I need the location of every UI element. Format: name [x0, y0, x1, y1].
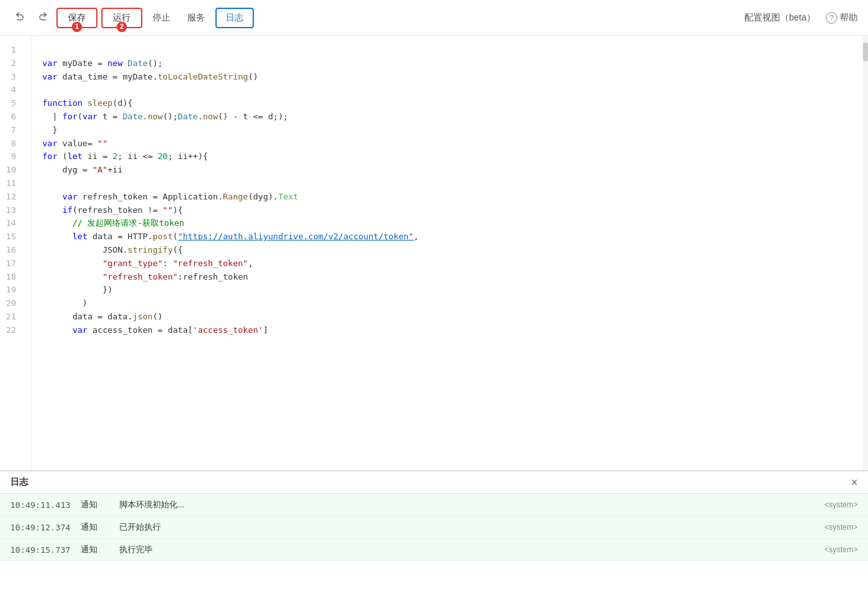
- code-token: +ii: [108, 165, 122, 174]
- code-token: ]: [263, 325, 268, 335]
- code-line: var data_time = myDate.toLocaleDateStrin…: [42, 71, 858, 84]
- code-token: ({: [173, 245, 183, 255]
- code-token: |: [42, 112, 62, 121]
- code-token: toLocaleDateString: [158, 72, 248, 81]
- code-token: refresh_token = Application.: [78, 192, 223, 201]
- editor-area[interactable]: 12345678910111213141516171819202122 var …: [0, 36, 868, 471]
- code-content[interactable]: var myDate = new Date();var data_time = …: [32, 36, 868, 470]
- run-button[interactable]: 运行 2: [101, 8, 142, 28]
- toolbar-left: 保存 1 运行 2 停止 服务 日志: [10, 8, 740, 28]
- code-token: (): [248, 72, 258, 81]
- code-token: var: [42, 325, 87, 335]
- redo-button[interactable]: [33, 8, 53, 28]
- log-button[interactable]: 日志: [215, 8, 254, 28]
- save-badge: 1: [72, 22, 82, 32]
- stop-button[interactable]: 停止: [146, 9, 177, 27]
- save-button[interactable]: 保存 1: [56, 8, 97, 28]
- code-token: 'access_token': [193, 325, 263, 335]
- help-icon: ?: [826, 12, 837, 24]
- code-token: ();: [147, 58, 162, 68]
- log-time: 10:49:12.374: [10, 523, 81, 532]
- code-token: (refresh_token !=: [72, 205, 163, 215]
- code-line: [42, 177, 858, 190]
- code-line: data = data.json(): [42, 310, 858, 324]
- code-line: }): [42, 283, 858, 297]
- code-token: var: [42, 72, 57, 81]
- log-message: 已开始执行: [119, 521, 824, 533]
- code-line: [42, 44, 858, 57]
- log-table: 10:49:11.413通知脚本环境初始化...<system>10:49:12…: [0, 494, 868, 599]
- code-token: [42, 258, 103, 268]
- log-panel: 日志 × 10:49:11.413通知脚本环境初始化...<system>10:…: [0, 471, 868, 599]
- code-token: now: [147, 112, 162, 121]
- code-token: ();: [163, 112, 178, 121]
- code-editor[interactable]: 12345678910111213141516171819202122 var …: [0, 36, 868, 471]
- log-level: 通知: [81, 521, 119, 533]
- code-token: "A": [92, 165, 107, 174]
- log-level: 通知: [81, 499, 119, 510]
- code-token: sleep: [87, 98, 112, 108]
- code-token: let: [67, 151, 82, 161]
- code-token: post: [153, 232, 172, 241]
- log-close-button[interactable]: ×: [851, 477, 858, 488]
- code-token: access_token = data[: [87, 325, 192, 335]
- code-token: (d){: [113, 98, 133, 108]
- log-label: 日志: [226, 12, 244, 22]
- code-token: [122, 58, 128, 68]
- code-token: var: [42, 139, 57, 148]
- code-token: ){: [173, 205, 183, 215]
- toolbar-right: 配置视图（beta） ? 帮助: [744, 12, 858, 24]
- code-token: "https://auth.aliyundrive.com/v2/account…: [178, 232, 413, 241]
- line-numbers: 12345678910111213141516171819202122: [0, 36, 32, 470]
- editor-scrollbar[interactable]: [863, 36, 868, 470]
- code-token: Date: [178, 112, 197, 121]
- code-token: ii =: [83, 151, 113, 161]
- code-token: "refresh_token": [103, 272, 178, 282]
- help-button[interactable]: ? 帮助: [826, 12, 858, 24]
- code-token: new: [108, 58, 122, 68]
- code-line: dyg = "A"+ii: [42, 164, 858, 177]
- code-token: ,: [248, 258, 253, 268]
- code-line: [42, 83, 858, 97]
- log-message: 脚本环境初始化...: [119, 499, 824, 510]
- log-row: 10:49:15.737通知执行完毕<system>: [0, 539, 868, 561]
- code-token: (: [78, 112, 83, 121]
- code-line: var value= "": [42, 137, 858, 151]
- log-time: 10:49:11.413: [10, 500, 81, 510]
- config-view-link[interactable]: 配置视图（beta）: [744, 12, 815, 24]
- undo-button[interactable]: [10, 8, 29, 28]
- code-line: | for(var t = Date.now();Date.now() - t …: [42, 110, 858, 124]
- log-time: 10:49:15.737: [10, 545, 81, 555]
- code-token: ): [42, 298, 87, 308]
- code-token: var: [83, 112, 97, 121]
- service-button[interactable]: 服务: [181, 9, 212, 27]
- code-line: }: [42, 124, 858, 137]
- code-token: (: [57, 151, 67, 161]
- code-token: stringify: [128, 245, 172, 255]
- code-token: dyg =: [42, 165, 92, 174]
- code-line: ): [42, 297, 858, 310]
- editor-scrollbar-thumb[interactable]: [863, 42, 868, 62]
- code-token: [42, 192, 62, 201]
- code-token: data_time = myDate.: [57, 72, 158, 81]
- code-token: now: [203, 112, 218, 121]
- code-line: function sleep(d){: [42, 97, 858, 110]
- code-line: "refresh_token":refresh_token: [42, 271, 858, 284]
- code-token: [42, 272, 103, 282]
- code-token: myDate =: [57, 58, 107, 68]
- code-line: var refresh_token = Application.Range(dy…: [42, 190, 858, 204]
- code-line: for (let ii = 2; ii <= 20; ii++){: [42, 150, 858, 164]
- code-line: if(refresh_token != ""){: [42, 204, 858, 217]
- code-token: () - t <= d;);: [218, 112, 288, 121]
- run-label: 运行: [113, 12, 131, 22]
- log-header: 日志 ×: [0, 471, 868, 494]
- code-token: ,: [413, 232, 419, 241]
- code-token: (dyg).: [248, 192, 278, 201]
- code-token: JSON.: [42, 245, 128, 255]
- code-token: for: [42, 151, 57, 161]
- code-token: "grant_type": [103, 258, 163, 268]
- code-token: ; ii++){: [168, 151, 208, 161]
- code-token: "refresh_token": [173, 258, 248, 268]
- code-token: for: [62, 112, 77, 121]
- code-line: "grant_type": "refresh_token",: [42, 257, 858, 271]
